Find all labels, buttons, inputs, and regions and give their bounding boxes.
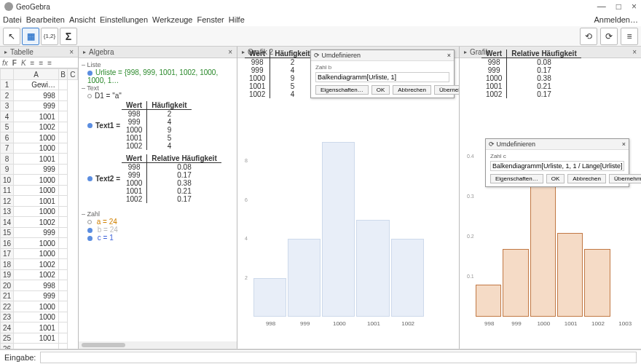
bullet-hollow-icon[interactable]: [87, 94, 92, 98]
pane-toggle-icon[interactable]: ▸: [4, 49, 7, 55]
x-tick-label: 1003: [618, 320, 632, 327]
x-tick-label: 999: [511, 320, 521, 327]
menu-bar: Datei Bearbeiten Ansicht Einstellungen W…: [0, 13, 641, 26]
undo-button[interactable]: ⟲: [580, 28, 597, 45]
pane-algebra: ▸ Algebra × – Liste Urliste = {998, 999,…: [79, 47, 237, 349]
menu-bearbeiten[interactable]: Bearbeiten: [26, 15, 65, 24]
pane-title-algebra: Algebra: [89, 48, 114, 56]
x-tick-label: 998: [484, 320, 494, 327]
menu-fenster[interactable]: Fenster: [197, 15, 224, 24]
properties-button[interactable]: Eigenschaften…: [490, 174, 543, 183]
menu-einstellungen[interactable]: Einstellungen: [100, 15, 148, 24]
dialog-field-label: Zahl c: [490, 153, 624, 159]
pane-close-tabelle[interactable]: ×: [69, 48, 74, 56]
align-right-button[interactable]: ≡: [47, 59, 52, 67]
onevar-tool[interactable]: {1,2}: [41, 28, 58, 45]
alg-group-liste[interactable]: – Liste: [82, 61, 234, 68]
alg-a[interactable]: a = 24: [97, 218, 117, 226]
align-center-button[interactable]: ≡: [39, 59, 43, 67]
dialog-title: ⟳ Umdefinieren: [489, 141, 535, 148]
cancel-button[interactable]: Abbrechen: [567, 174, 606, 183]
close-window-button[interactable]: ×: [632, 1, 637, 12]
x-tick-label: 1001: [367, 320, 380, 327]
dialog-field-label: Zahl b: [315, 64, 449, 71]
alg-d1[interactable]: D1 = "a": [95, 92, 122, 100]
alg-group-zahl[interactable]: – Zahl: [82, 210, 234, 218]
dialog-input[interactable]: [490, 161, 624, 171]
bar: [253, 278, 286, 317]
apply-button[interactable]: Übernehmen: [609, 174, 641, 183]
pane-tabelle: ▸ Tabelle × fx F K ≡ ≡ ≡ ABC1Gewi…299839…: [0, 47, 79, 349]
title-bar: GeoGebra — □ ×: [0, 0, 641, 13]
bullet-icon[interactable]: [87, 228, 93, 233]
properties-button[interactable]: Eigenschaften…: [315, 85, 369, 95]
cancel-button[interactable]: Abbrechen: [393, 85, 431, 95]
dialog-input[interactable]: [315, 72, 449, 82]
hamburger-button[interactable]: ≡: [621, 28, 638, 45]
pointer-tool[interactable]: ↖: [3, 28, 20, 45]
pane-grafik2: ▸ Grafik 2 × WertHäufigkeit9982999410009…: [237, 47, 460, 349]
x-tick-label: 1000: [333, 320, 346, 327]
grafik-data-table: WertRelative Häufigkeit9980.089990.17100…: [481, 50, 581, 98]
algebra-scrollbar-x[interactable]: [79, 341, 237, 349]
input-bar: Eingabe:: [0, 349, 641, 364]
dialog-close-icon[interactable]: ×: [447, 52, 451, 59]
dialog-title: ⟳ Umdefinieren: [314, 52, 361, 59]
bar: [584, 249, 610, 317]
align-left-button[interactable]: ≡: [31, 59, 35, 67]
x-tick-label: 998: [266, 320, 275, 327]
alg-text1-label[interactable]: Text1 =: [95, 122, 120, 130]
app-title: GeoGebra: [16, 3, 50, 11]
alg-group-text[interactable]: – Text: [82, 84, 234, 92]
pane-toggle-icon[interactable]: ▸: [464, 49, 467, 55]
command-input[interactable]: [40, 352, 637, 363]
fx-label: fx: [2, 59, 8, 67]
bar: [391, 239, 424, 317]
bar: [476, 285, 501, 317]
bullet-hollow-icon[interactable]: [87, 220, 92, 224]
x-tick-label: 999: [300, 320, 310, 327]
bullet-icon[interactable]: [87, 71, 93, 76]
pane-close-grafik[interactable]: ×: [632, 48, 637, 56]
apply-button[interactable]: Übernehmen: [434, 85, 460, 95]
login-link[interactable]: Anmelden…: [594, 15, 638, 24]
menu-ansicht[interactable]: Ansicht: [69, 15, 95, 24]
bullet-icon[interactable]: [87, 123, 93, 128]
ok-button[interactable]: OK: [546, 174, 565, 183]
minimize-button[interactable]: —: [597, 1, 606, 12]
x-tick-label: 1002: [591, 320, 605, 327]
bar: [503, 249, 528, 317]
dialog-close-icon[interactable]: ×: [622, 141, 626, 148]
menu-hilfe[interactable]: Hilfe: [229, 15, 245, 24]
freq-table: WertHäufigkeit99829994100091001510024: [122, 101, 192, 150]
sum-tool[interactable]: Σ: [60, 28, 77, 45]
alg-c[interactable]: c = 1: [98, 234, 114, 242]
bar: [356, 220, 389, 317]
x-tick-label: 1002: [401, 320, 414, 327]
ok-button[interactable]: OK: [371, 85, 390, 95]
redefine-dialog-c[interactable]: ⟳ Umdefinieren× Zahl c Eigenschaften… OK…: [485, 138, 629, 187]
alg-text2-label[interactable]: Text2 =: [95, 175, 120, 183]
rel-freq-table: WertRelative Häufigkeit9980.089990.17100…: [122, 154, 221, 203]
bar: [557, 233, 583, 317]
app-icon: [4, 2, 13, 11]
maximize-button[interactable]: □: [616, 1, 621, 12]
x-tick-label: 1001: [565, 320, 578, 327]
redo-button[interactable]: ⟳: [600, 28, 618, 45]
spreadsheet-tool[interactable]: ▦: [22, 28, 39, 45]
grafik2-bar-chart[interactable]: 2468998999100010011002: [245, 112, 452, 327]
redefine-dialog-b[interactable]: ⟳ Umdefinieren× Zahl b Eigenschaften… OK…: [310, 50, 455, 98]
alg-b[interactable]: b = 24: [98, 226, 118, 234]
spreadsheet-grid[interactable]: ABC1Gewi…2998399941001510026100071000810…: [0, 68, 78, 349]
pane-toggle-icon[interactable]: ▸: [83, 49, 86, 55]
toolbar: ↖ ▦ {1,2} Σ ⟲ ⟳ ≡: [0, 26, 641, 47]
bullet-icon[interactable]: [87, 176, 93, 181]
grafik2-data-table: WertHäufigkeit99829994100091001510024: [245, 50, 315, 98]
bold-button[interactable]: F: [12, 59, 17, 67]
alg-urliste[interactable]: Urliste = {998, 999, 1001, 1002, 1000, 1…: [87, 68, 218, 84]
italic-button[interactable]: K: [21, 59, 26, 67]
menu-werkzeuge[interactable]: Werkzeuge: [152, 15, 192, 24]
menu-datei[interactable]: Datei: [3, 15, 22, 24]
bullet-icon[interactable]: [87, 236, 93, 241]
pane-close-algebra[interactable]: ×: [228, 48, 232, 56]
